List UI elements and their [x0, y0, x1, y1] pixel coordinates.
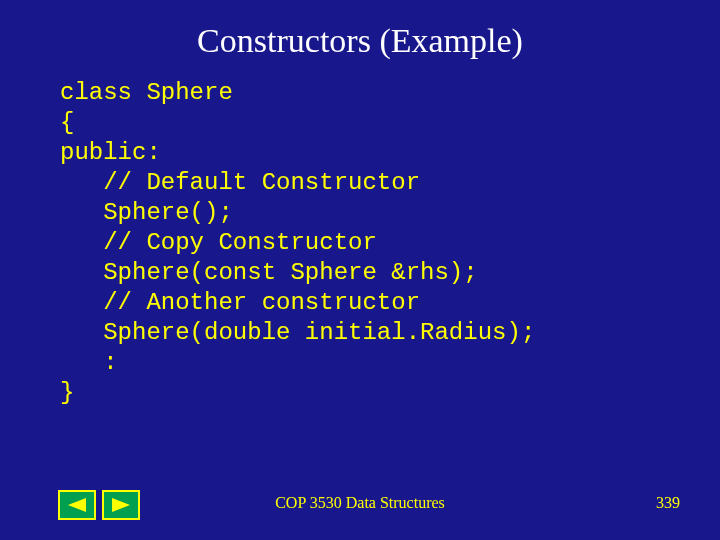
- arrow-right-icon: [112, 498, 130, 512]
- svg-marker-0: [68, 498, 86, 512]
- nav-buttons: [58, 490, 140, 520]
- page-number: 339: [656, 494, 680, 512]
- slide-title: Constructors (Example): [0, 22, 720, 60]
- code-example: class Sphere { public: // Default Constr…: [60, 78, 720, 408]
- prev-slide-button[interactable]: [58, 490, 96, 520]
- arrow-left-icon: [68, 498, 86, 512]
- next-slide-button[interactable]: [102, 490, 140, 520]
- svg-marker-1: [112, 498, 130, 512]
